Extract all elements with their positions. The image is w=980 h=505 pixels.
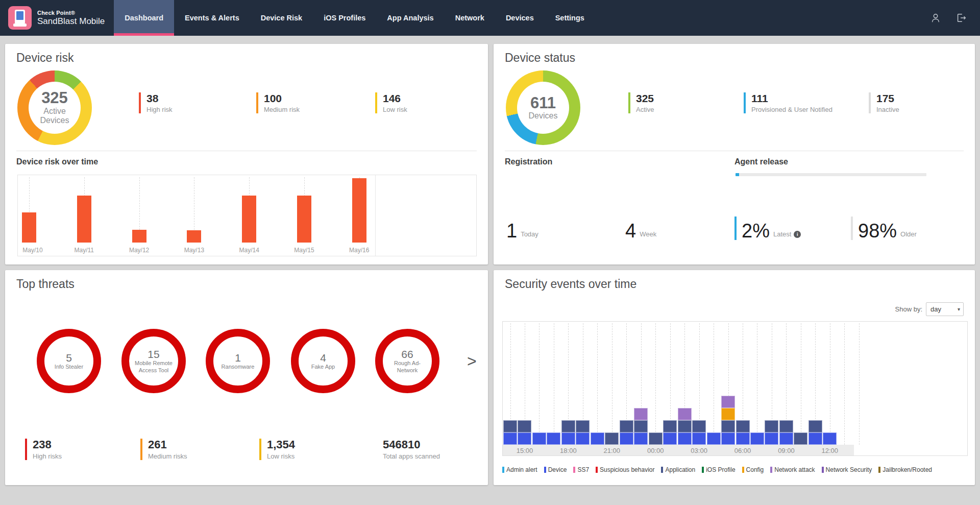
device-status-title: Device status (505, 51, 575, 65)
event-segment-application (634, 420, 648, 432)
user-icon[interactable] (930, 12, 941, 23)
event-segment-application (576, 420, 590, 432)
nav-item-events-alerts[interactable]: Events & Alerts (174, 0, 250, 36)
event-segment-device (561, 432, 575, 445)
event-segment-device (503, 432, 517, 445)
brand-text: Check Point® SandBlast Mobile (37, 10, 105, 26)
registration-today-value: 1 (506, 222, 517, 240)
top-threats-title: Top threats (16, 277, 75, 291)
x-axis-strip (503, 445, 854, 455)
event-segment-application (692, 420, 706, 432)
security-events-title: Security events over time (505, 277, 636, 291)
threat-count: 15 (148, 348, 159, 360)
event-segment-network-attack (678, 408, 692, 420)
x-tick-label: 03:00 (687, 447, 712, 454)
legend-item-config: Config (742, 466, 764, 473)
event-segment-device (634, 432, 648, 445)
event-segment-network-attack (721, 396, 735, 408)
low-risk-value: 146 (383, 92, 407, 104)
security-events-panel: Security events over time Show by: day 1… (494, 270, 975, 485)
nav-item-settings[interactable]: Settings (545, 0, 595, 36)
device-risk-over-time-title: Device risk over time (16, 157, 98, 166)
nav-item-dashboard[interactable]: Dashboard (114, 0, 174, 36)
threat-circle-mobile-remote-access-tool[interactable]: 15Mobile Remote Access Tool (121, 329, 186, 393)
legend-color-mark (770, 467, 772, 473)
event-segment-device (808, 432, 822, 445)
risk-bar-May/15 (297, 196, 311, 243)
registration-week-stat: 4 Week (625, 217, 656, 240)
legend-color-mark (661, 467, 663, 473)
threat-circle-info-stealer[interactable]: 5Info Stealer (37, 329, 101, 393)
event-segment-application (736, 420, 750, 432)
total-apps-value: 546810 (383, 439, 440, 451)
nav-menu: DashboardEvents & AlertsDevice RiskiOS P… (114, 0, 595, 36)
threats-high-label: High risks (33, 452, 62, 460)
x-tick-label: 21:00 (600, 447, 624, 454)
logout-icon[interactable] (955, 12, 967, 23)
gridline (801, 323, 801, 445)
nav-item-app-analysis[interactable]: App Analysis (376, 0, 444, 36)
x-tick-label: May/12 (125, 247, 154, 254)
x-tick-label: May/16 (345, 247, 374, 254)
inactive-value: 175 (876, 92, 899, 104)
legend-color-mark (878, 467, 880, 473)
threat-count: 66 (401, 348, 413, 360)
event-segment-network-attack (634, 408, 648, 420)
show-by-label: Show by: (895, 305, 922, 313)
gridline (597, 323, 598, 445)
agent-release-progress-bar (736, 173, 926, 176)
gridline (714, 323, 714, 445)
threat-circle-ransomware[interactable]: 1Ransomware (206, 329, 270, 393)
device-risk-title: Device risk (16, 51, 74, 65)
inactive-label: Inactive (876, 106, 899, 113)
nav-item-device-risk[interactable]: Device Risk (250, 0, 313, 36)
threat-circle-rough-ad-network[interactable]: 66Rough Ad-Network (375, 329, 439, 393)
registration-week-label: Week (640, 230, 656, 238)
x-tick-label: May/15 (290, 247, 318, 254)
low-risk-label: Low risk (383, 106, 407, 113)
provisioned-value: 111 (751, 92, 832, 104)
brand: Check Point® SandBlast Mobile (0, 0, 114, 36)
event-segment-application (649, 432, 663, 445)
legend-color-mark (596, 467, 598, 473)
agent-latest-stat: 2% Latest (734, 217, 801, 240)
nav-item-network[interactable]: Network (445, 0, 495, 36)
nav-item-ios-profiles[interactable]: iOS Profiles (313, 0, 376, 36)
next-threats-arrow-icon[interactable] (467, 352, 477, 371)
high-risk-value: 38 (146, 92, 173, 104)
risk-bar-May/13 (187, 230, 201, 243)
threat-circle-fake-app[interactable]: 4Fake App (291, 329, 355, 393)
legend-item-device: Device (544, 466, 567, 473)
event-segment-device (750, 432, 764, 445)
info-icon[interactable] (794, 231, 801, 238)
threats-high-stat: 238 High risks (25, 439, 62, 460)
medium-risk-stat: 100 Medium risk (256, 92, 300, 113)
threat-count: 4 (320, 352, 326, 364)
threat-label: Ransomware (217, 364, 259, 371)
event-segment-device (518, 432, 531, 445)
device-status-donut-label: Devices (529, 111, 558, 121)
checkpoint-logo-icon (8, 6, 32, 30)
event-segment-application (663, 420, 677, 432)
event-segment-application (620, 420, 633, 432)
event-segment-device (576, 432, 590, 445)
event-segment-device (765, 432, 778, 445)
event-segment-device (779, 432, 793, 445)
event-segment-device (823, 432, 837, 445)
show-by-select[interactable]: day (926, 302, 964, 316)
event-segment-device (721, 432, 735, 445)
agent-release-title: Agent release (734, 157, 788, 166)
event-segment-device (591, 432, 604, 445)
divider (16, 151, 477, 151)
device-risk-donut-label1: Active (43, 107, 66, 116)
divider (505, 151, 964, 151)
gridline (859, 323, 860, 445)
nav-right (930, 0, 980, 36)
active-value: 325 (636, 92, 654, 104)
event-segment-application (794, 432, 807, 445)
event-segment-application (678, 420, 692, 432)
provisioned-label: Provisioned & User Notified (751, 106, 832, 113)
x-tick-label: May/11 (70, 247, 99, 254)
brand-line1: Check Point® (37, 10, 105, 16)
nav-item-devices[interactable]: Devices (495, 0, 545, 36)
